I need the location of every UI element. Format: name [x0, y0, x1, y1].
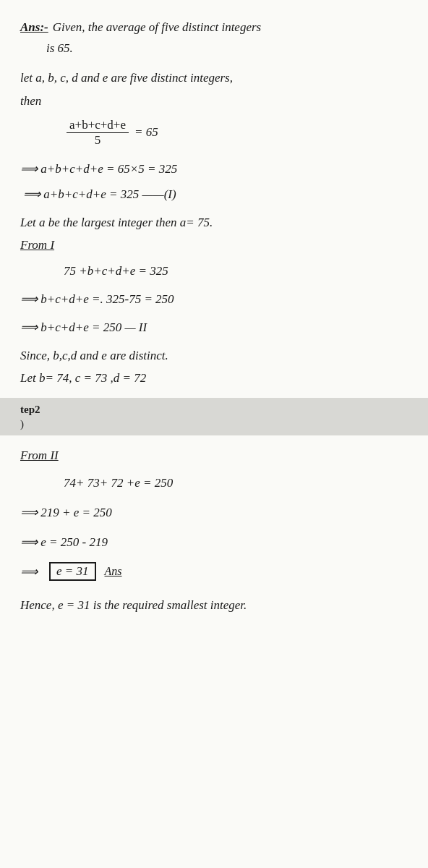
- let-a-text: Let a be the largest integer then a= 75.: [20, 216, 213, 229]
- fraction-equation: a+b+c+d+e 5 = 65: [20, 118, 408, 148]
- implies3-text: ⟹ b+c+d+e =. 325-75 = 250: [20, 292, 174, 306]
- implies5-line: ⟹ 219 + e = 250: [20, 503, 408, 522]
- implies3-line: ⟹ b+c+d+e =. 325-75 = 250: [20, 289, 408, 309]
- let-b-text: Let b= 74, c = 73 ,d = 72: [20, 371, 146, 385]
- since-text: Since, b,c,d and e are distinct.: [20, 349, 168, 362]
- implies1-line: ⟹ a+b+c+d+e = 65×5 = 325: [20, 159, 408, 179]
- implies2-text: ⟹ a+b+c+d+e = 325 ——(I): [20, 187, 176, 201]
- ans-label: Ans:-: [20, 17, 48, 37]
- then-text: then: [20, 94, 41, 108]
- from-I-label: From I: [20, 235, 408, 255]
- hence-text: Hence, e = 31 is the required smallest i…: [20, 598, 247, 612]
- let-a-line: Let a be the largest integer then a= 75.: [20, 213, 408, 232]
- implies4-text: ⟹ b+c+d+e = 250 — II: [20, 320, 147, 334]
- fraction-numerator: a+b+c+d+e: [67, 118, 129, 133]
- step2-paren: ): [20, 418, 24, 430]
- implies6-text: ⟹ e = 250 - 219: [20, 535, 108, 549]
- is-65-text: is 65.: [46, 41, 73, 55]
- let-text: let a, b, c, d and e are five distinct i…: [20, 71, 233, 85]
- is-65-line: is 65.: [20, 38, 408, 58]
- implies7-line: ⟹ e = 31 Ans: [20, 562, 408, 581]
- then-line: then: [20, 91, 408, 111]
- implies2-line: ⟹ a+b+c+d+e = 325 ——(I): [20, 184, 408, 204]
- since-line: Since, b,c,d and e are distinct.: [20, 346, 408, 365]
- step2-label: tep2: [20, 404, 40, 415]
- fraction: a+b+c+d+e 5: [67, 118, 129, 148]
- ans-word: Ans: [105, 565, 122, 578]
- eq-from-I-line: 75 +b+c+d+e = 325: [20, 261, 408, 281]
- from-II-text: From II: [20, 448, 59, 462]
- from-I-text: From I: [20, 238, 54, 252]
- step-divider-section: tep2 ): [0, 398, 428, 435]
- boxed-e-value: e = 31: [49, 562, 96, 581]
- implies1-text: ⟹ a+b+c+d+e = 65×5 = 325: [20, 162, 177, 176]
- implies6-line: ⟹ e = 250 - 219: [20, 532, 408, 552]
- eq-from-I-text: 75 +b+c+d+e = 325: [64, 264, 168, 278]
- given-text: Given, the average of five distinct inte…: [53, 17, 261, 37]
- implies5-text: ⟹ 219 + e = 250: [20, 506, 112, 519]
- let-b-line: Let b= 74, c = 73 ,d = 72: [20, 368, 408, 388]
- page: Ans:- Given, the average of five distinc…: [0, 0, 428, 868]
- fraction-denominator: 5: [92, 133, 104, 148]
- hence-line: Hence, e = 31 is the required smallest i…: [20, 595, 408, 615]
- from-II-label: From II: [20, 446, 408, 465]
- eq-from-II-text: 74+ 73+ 72 +e = 250: [64, 476, 173, 490]
- implies4-line: ⟹ b+c+d+e = 250 — II: [20, 318, 408, 337]
- implies7-prefix: ⟹: [20, 564, 38, 579]
- eq-from-II-line: 74+ 73+ 72 +e = 250: [20, 473, 408, 493]
- let-line: let a, b, c, d and e are five distinct i…: [20, 68, 408, 88]
- equals-65: = 65: [134, 125, 158, 140]
- answer-header: Ans:- Given, the average of five distinc…: [20, 17, 408, 37]
